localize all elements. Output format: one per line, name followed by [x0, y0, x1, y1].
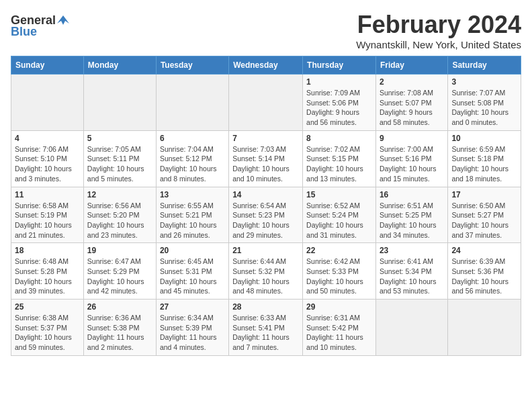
- day-number: 10: [451, 134, 517, 143]
- daylight-text: Daylight: 10 hours and 37 minutes.: [451, 221, 508, 239]
- calendar-cell: 29Sunrise: 6:31 AMSunset: 5:42 PMDayligh…: [303, 300, 376, 356]
- day-number: 18: [15, 246, 80, 255]
- day-detail: Sunrise: 6:50 AMSunset: 5:27 PMDaylight:…: [451, 201, 517, 240]
- day-detail: Sunrise: 7:02 AMSunset: 5:15 PMDaylight:…: [306, 144, 372, 184]
- calendar-cell: 4Sunrise: 7:06 AMSunset: 5:10 PMDaylight…: [11, 130, 84, 187]
- daylight-text: Daylight: 10 hours and 53 minutes.: [380, 277, 437, 295]
- sunrise-text: Sunrise: 7:08 AM: [380, 89, 433, 97]
- sunrise-text: Sunrise: 6:42 AM: [306, 257, 360, 265]
- day-detail: Sunrise: 7:07 AMSunset: 5:08 PMDaylight:…: [451, 88, 517, 128]
- daylight-text: Daylight: 10 hours and 48 minutes.: [232, 277, 290, 295]
- sunrise-text: Sunrise: 6:39 AM: [451, 257, 505, 265]
- day-number: 15: [306, 190, 372, 199]
- calendar-week-row: 1Sunrise: 7:09 AMSunset: 5:06 PMDaylight…: [11, 75, 521, 131]
- day-number: 17: [451, 190, 517, 199]
- sunrise-text: Sunrise: 6:33 AM: [232, 314, 286, 322]
- sunrise-text: Sunrise: 6:56 AM: [87, 201, 141, 210]
- day-detail: Sunrise: 6:47 AMSunset: 5:29 PMDaylight:…: [87, 257, 152, 296]
- sunrise-text: Sunrise: 6:34 AM: [160, 314, 214, 322]
- sunset-text: Sunset: 5:24 PM: [306, 211, 359, 219]
- calendar-week-row: 4Sunrise: 7:06 AMSunset: 5:10 PMDaylight…: [11, 130, 521, 187]
- day-number: 24: [451, 246, 517, 255]
- calendar-cell: 16Sunrise: 6:51 AMSunset: 5:25 PMDayligh…: [375, 187, 447, 243]
- calendar-cell: 25Sunrise: 6:38 AMSunset: 5:37 PMDayligh…: [11, 300, 84, 356]
- day-detail: Sunrise: 6:45 AMSunset: 5:31 PMDaylight:…: [160, 257, 225, 296]
- day-detail: Sunrise: 6:58 AMSunset: 5:19 PMDaylight:…: [15, 201, 80, 240]
- sunrise-text: Sunrise: 7:02 AM: [306, 145, 360, 153]
- sunset-text: Sunset: 5:11 PM: [87, 154, 140, 163]
- calendar-cell: 2Sunrise: 7:08 AMSunset: 5:07 PMDaylight…: [375, 75, 447, 131]
- sunrise-text: Sunrise: 7:06 AM: [15, 145, 69, 153]
- calendar-cell: 9Sunrise: 7:00 AMSunset: 5:16 PMDaylight…: [375, 130, 447, 187]
- day-detail: Sunrise: 6:51 AMSunset: 5:25 PMDaylight:…: [380, 201, 444, 240]
- daylight-text: Daylight: 11 hours and 4 minutes.: [160, 333, 217, 351]
- calendar-cell: 18Sunrise: 6:48 AMSunset: 5:28 PMDayligh…: [11, 243, 84, 300]
- daylight-text: Daylight: 10 hours and 13 minutes.: [306, 165, 363, 183]
- sunrise-text: Sunrise: 6:38 AM: [15, 314, 69, 322]
- sunset-text: Sunset: 5:07 PM: [380, 99, 432, 107]
- sunrise-text: Sunrise: 6:48 AM: [15, 257, 69, 265]
- day-detail: Sunrise: 7:08 AMSunset: 5:07 PMDaylight:…: [380, 88, 444, 128]
- svg-marker-0: [57, 15, 69, 25]
- sunrise-text: Sunrise: 6:54 AM: [232, 201, 286, 210]
- sunrise-text: Sunrise: 7:09 AM: [306, 89, 360, 97]
- calendar-cell: [448, 300, 521, 356]
- daylight-text: Daylight: 10 hours and 18 minutes.: [451, 165, 508, 183]
- daylight-text: Daylight: 10 hours and 10 minutes.: [232, 165, 290, 183]
- daylight-text: Daylight: 9 hours and 58 minutes.: [380, 108, 433, 126]
- sunset-text: Sunset: 5:34 PM: [380, 267, 432, 275]
- day-detail: Sunrise: 6:44 AMSunset: 5:32 PMDaylight:…: [232, 257, 299, 296]
- calendar-cell: 28Sunrise: 6:33 AMSunset: 5:41 PMDayligh…: [229, 300, 303, 356]
- daylight-text: Daylight: 11 hours and 10 minutes.: [306, 333, 363, 351]
- day-detail: Sunrise: 6:48 AMSunset: 5:28 PMDaylight:…: [15, 257, 80, 296]
- day-number: 5: [87, 134, 152, 143]
- day-number: 7: [232, 134, 299, 143]
- day-detail: Sunrise: 7:03 AMSunset: 5:14 PMDaylight:…: [232, 144, 299, 184]
- day-number: 1: [306, 77, 372, 87]
- calendar-cell: 3Sunrise: 7:07 AMSunset: 5:08 PMDaylight…: [448, 75, 521, 131]
- sunrise-text: Sunrise: 6:36 AM: [87, 314, 141, 322]
- day-number: 2: [380, 77, 444, 87]
- calendar-cell: 12Sunrise: 6:56 AMSunset: 5:20 PMDayligh…: [83, 187, 156, 243]
- day-number: 21: [232, 246, 299, 255]
- sunset-text: Sunset: 5:08 PM: [451, 99, 504, 107]
- day-detail: Sunrise: 6:55 AMSunset: 5:21 PMDaylight:…: [160, 201, 225, 240]
- day-detail: Sunrise: 6:36 AMSunset: 5:38 PMDaylight:…: [87, 313, 152, 353]
- day-detail: Sunrise: 6:39 AMSunset: 5:36 PMDaylight:…: [451, 257, 517, 296]
- sunset-text: Sunset: 5:16 PM: [380, 154, 432, 163]
- sunrise-text: Sunrise: 6:51 AM: [380, 201, 433, 210]
- logo: General Blue: [11, 13, 69, 39]
- day-number: 8: [306, 134, 372, 143]
- calendar-cell: 24Sunrise: 6:39 AMSunset: 5:36 PMDayligh…: [448, 243, 521, 300]
- day-number: 16: [380, 190, 444, 199]
- day-detail: Sunrise: 6:38 AMSunset: 5:37 PMDaylight:…: [15, 313, 80, 353]
- weekday-header-wednesday: Wednesday: [229, 56, 303, 75]
- daylight-text: Daylight: 10 hours and 26 minutes.: [160, 221, 217, 239]
- day-detail: Sunrise: 7:04 AMSunset: 5:12 PMDaylight:…: [160, 144, 225, 184]
- calendar-cell: 15Sunrise: 6:52 AMSunset: 5:24 PMDayligh…: [303, 187, 376, 243]
- daylight-text: Daylight: 10 hours and 21 minutes.: [15, 221, 72, 239]
- calendar-cell: [229, 75, 303, 131]
- daylight-text: Daylight: 10 hours and 15 minutes.: [380, 165, 437, 183]
- sunrise-text: Sunrise: 6:55 AM: [160, 201, 214, 210]
- weekday-header-friday: Friday: [375, 56, 447, 75]
- calendar-cell: 11Sunrise: 6:58 AMSunset: 5:19 PMDayligh…: [11, 187, 84, 243]
- day-detail: Sunrise: 7:05 AMSunset: 5:11 PMDaylight:…: [87, 144, 152, 184]
- day-detail: Sunrise: 6:54 AMSunset: 5:23 PMDaylight:…: [232, 201, 299, 240]
- calendar-cell: 8Sunrise: 7:02 AMSunset: 5:15 PMDaylight…: [303, 130, 376, 187]
- daylight-text: Daylight: 10 hours and 31 minutes.: [306, 221, 363, 239]
- day-detail: Sunrise: 6:34 AMSunset: 5:39 PMDaylight:…: [160, 313, 225, 353]
- sunset-text: Sunset: 5:06 PM: [306, 99, 359, 107]
- day-number: 26: [87, 302, 152, 312]
- day-detail: Sunrise: 6:41 AMSunset: 5:34 PMDaylight:…: [380, 257, 444, 296]
- day-number: 28: [232, 302, 299, 312]
- sunset-text: Sunset: 5:37 PM: [15, 324, 67, 332]
- daylight-text: Daylight: 10 hours and 8 minutes.: [160, 165, 217, 183]
- calendar-cell: 7Sunrise: 7:03 AMSunset: 5:14 PMDaylight…: [229, 130, 303, 187]
- daylight-text: Daylight: 10 hours and 5 minutes.: [87, 165, 144, 183]
- calendar-cell: 21Sunrise: 6:44 AMSunset: 5:32 PMDayligh…: [229, 243, 303, 300]
- day-number: 25: [15, 302, 80, 312]
- sunset-text: Sunset: 5:10 PM: [15, 154, 67, 163]
- sunset-text: Sunset: 5:41 PM: [232, 324, 285, 332]
- calendar-cell: 10Sunrise: 6:59 AMSunset: 5:18 PMDayligh…: [448, 130, 521, 187]
